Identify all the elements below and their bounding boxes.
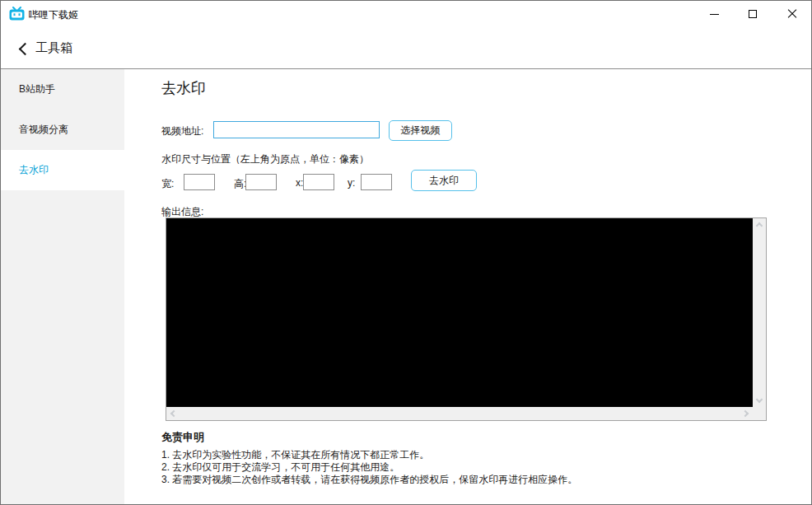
sidebar-item-label: B站助手 bbox=[19, 82, 55, 96]
video-address-input[interactable] bbox=[213, 121, 380, 138]
chevron-left-small-icon bbox=[170, 410, 177, 417]
sidebar-item-remove-watermark[interactable]: 去水印 bbox=[1, 150, 124, 190]
x-input[interactable] bbox=[303, 174, 334, 190]
minimize-icon bbox=[710, 14, 719, 15]
scroll-right-button[interactable] bbox=[740, 407, 753, 420]
chevron-right-small-icon bbox=[742, 410, 749, 417]
vertical-scrollbar[interactable] bbox=[753, 218, 766, 407]
height-input[interactable] bbox=[245, 174, 277, 190]
sidebar-item-bilibili-helper[interactable]: B站助手 bbox=[1, 69, 124, 110]
close-button[interactable] bbox=[773, 1, 811, 27]
disclaimer-title: 免责申明 bbox=[161, 430, 204, 445]
back-button[interactable] bbox=[12, 38, 34, 59]
select-video-button[interactable]: 选择视频 bbox=[389, 120, 452, 141]
chevron-left-icon bbox=[18, 42, 31, 55]
width-input[interactable] bbox=[184, 174, 215, 190]
maximize-button[interactable] bbox=[734, 1, 772, 27]
video-address-label: 视频地址: bbox=[161, 124, 203, 138]
sidebar: B站助手 音视频分离 去水印 bbox=[1, 69, 124, 504]
page-breadcrumb-title: 工具箱 bbox=[35, 40, 72, 56]
chevron-up-icon bbox=[756, 222, 763, 229]
y-input[interactable] bbox=[361, 174, 392, 190]
scroll-up-button[interactable] bbox=[753, 218, 766, 231]
header: 工具箱 bbox=[1, 27, 811, 68]
chevron-down-icon bbox=[756, 396, 763, 403]
watermark-size-hint: 水印尺寸与位置（左上角为原点，单位：像素） bbox=[161, 152, 369, 166]
scroll-left-button[interactable] bbox=[166, 407, 180, 420]
sidebar-item-label: 去水印 bbox=[19, 163, 49, 177]
close-icon bbox=[787, 9, 797, 19]
bilibili-tv-icon bbox=[9, 7, 25, 21]
minimize-button[interactable] bbox=[695, 1, 733, 27]
scroll-down-button[interactable] bbox=[753, 394, 766, 407]
x-label: x: bbox=[296, 177, 303, 189]
sidebar-item-av-separation[interactable]: 音视频分离 bbox=[1, 110, 124, 150]
app-title: 哔哩下载姬 bbox=[29, 8, 78, 22]
titlebar[interactable]: 哔哩下载姬 bbox=[1, 1, 811, 27]
y-label: y: bbox=[348, 177, 355, 189]
maximize-icon bbox=[749, 10, 757, 18]
output-console[interactable] bbox=[166, 218, 753, 407]
disclaimer-line-3: 3. 若需要对视频二次创作或者转载，请在获得视频原作者的授权后，保留水印再进行相… bbox=[161, 473, 577, 487]
width-label: 宽: bbox=[161, 177, 174, 191]
remove-watermark-button[interactable]: 去水印 bbox=[411, 170, 477, 191]
output-panel bbox=[166, 217, 767, 421]
page-title: 去水印 bbox=[161, 78, 206, 98]
scrollbar-corner bbox=[753, 407, 766, 420]
horizontal-scrollbar[interactable] bbox=[166, 407, 753, 420]
app-window: 哔哩下载姬 工具箱 B站助手 音视频分离 去水印 去水印 视频地址: 选择视频 … bbox=[0, 0, 812, 505]
sidebar-item-label: 音视频分离 bbox=[19, 123, 68, 137]
